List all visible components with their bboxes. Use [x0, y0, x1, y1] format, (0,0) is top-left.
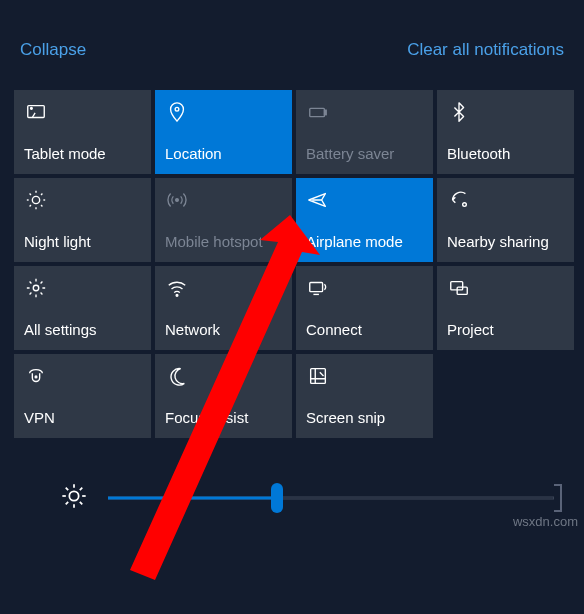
- slider-end-bracket: [554, 484, 562, 512]
- tile-label: Network: [165, 321, 282, 338]
- action-center-header: Collapse Clear all notifications: [0, 0, 584, 90]
- wifi-icon: [165, 276, 189, 300]
- svg-point-5: [32, 196, 39, 203]
- connect-icon: [306, 276, 330, 300]
- snip-icon: [306, 364, 330, 388]
- tile-label: Bluetooth: [447, 145, 564, 162]
- svg-line-32: [80, 488, 82, 490]
- svg-line-31: [66, 502, 68, 504]
- tile-label: Mobile hotspot: [165, 233, 282, 250]
- svg-point-2: [175, 107, 179, 111]
- location-icon: [165, 100, 189, 124]
- svg-line-12: [30, 205, 31, 206]
- tile-vpn[interactable]: VPN: [14, 354, 151, 438]
- share-icon: [447, 188, 471, 212]
- svg-line-30: [80, 502, 82, 504]
- svg-point-22: [35, 376, 37, 378]
- svg-point-17: [176, 294, 178, 296]
- svg-point-15: [463, 203, 467, 207]
- tile-label: Location: [165, 145, 282, 162]
- slider-track-fill: [108, 497, 277, 500]
- svg-point-1: [31, 107, 33, 109]
- project-icon: [447, 276, 471, 300]
- quick-actions-grid: Tablet modeLocationBattery saverBluetoot…: [0, 90, 584, 438]
- tile-label: Airplane mode: [306, 233, 423, 250]
- tile-airplane-mode[interactable]: Airplane mode: [296, 178, 433, 262]
- svg-line-29: [66, 488, 68, 490]
- svg-point-24: [69, 491, 78, 500]
- tile-label: Project: [447, 321, 564, 338]
- tile-label: Tablet mode: [24, 145, 141, 162]
- vpn-icon: [24, 364, 48, 388]
- bluetooth-icon: [447, 100, 471, 124]
- tile-nearby-sharing[interactable]: Nearby sharing: [437, 178, 574, 262]
- tile-network[interactable]: Network: [155, 266, 292, 350]
- svg-point-14: [176, 199, 179, 202]
- tile-mobile-hotspot[interactable]: Mobile hotspot: [155, 178, 292, 262]
- clear-notifications-link[interactable]: Clear all notifications: [407, 40, 564, 60]
- svg-point-16: [33, 285, 39, 291]
- tile-project[interactable]: Project: [437, 266, 574, 350]
- tile-connect[interactable]: Connect: [296, 266, 433, 350]
- tile-battery-saver[interactable]: Battery saver: [296, 90, 433, 174]
- svg-line-11: [41, 205, 42, 206]
- tile-focus-assist[interactable]: Focus assist: [155, 354, 292, 438]
- svg-rect-4: [324, 110, 326, 115]
- tile-screen-snip[interactable]: Screen snip: [296, 354, 433, 438]
- tile-label: Screen snip: [306, 409, 423, 426]
- tile-label: Battery saver: [306, 145, 423, 162]
- gear-icon: [24, 276, 48, 300]
- svg-rect-3: [310, 108, 325, 116]
- collapse-link[interactable]: Collapse: [20, 40, 86, 60]
- watermark: wsxdn.com: [513, 514, 578, 529]
- airplane-icon: [306, 188, 330, 212]
- tile-night-light[interactable]: Night light: [14, 178, 151, 262]
- tile-location[interactable]: Location: [155, 90, 292, 174]
- brightness-slider[interactable]: [108, 478, 554, 518]
- tile-bluetooth[interactable]: Bluetooth: [437, 90, 574, 174]
- tile-tablet-mode[interactable]: Tablet mode: [14, 90, 151, 174]
- tile-label: Focus assist: [165, 409, 282, 426]
- tile-all-settings[interactable]: All settings: [14, 266, 151, 350]
- brightness-icon: [60, 482, 88, 514]
- moon-icon: [165, 364, 189, 388]
- tile-label: Connect: [306, 321, 423, 338]
- svg-line-10: [30, 194, 31, 195]
- tablet-icon: [24, 100, 48, 124]
- battery-icon: [306, 100, 330, 124]
- tile-label: Nearby sharing: [447, 233, 564, 250]
- brightness-row: [0, 438, 584, 518]
- hotspot-icon: [165, 188, 189, 212]
- slider-thumb[interactable]: [271, 483, 283, 513]
- sun-icon: [24, 188, 48, 212]
- tile-label: Night light: [24, 233, 141, 250]
- svg-line-13: [41, 194, 42, 195]
- tile-label: VPN: [24, 409, 141, 426]
- tile-label: All settings: [24, 321, 141, 338]
- svg-rect-18: [310, 283, 323, 292]
